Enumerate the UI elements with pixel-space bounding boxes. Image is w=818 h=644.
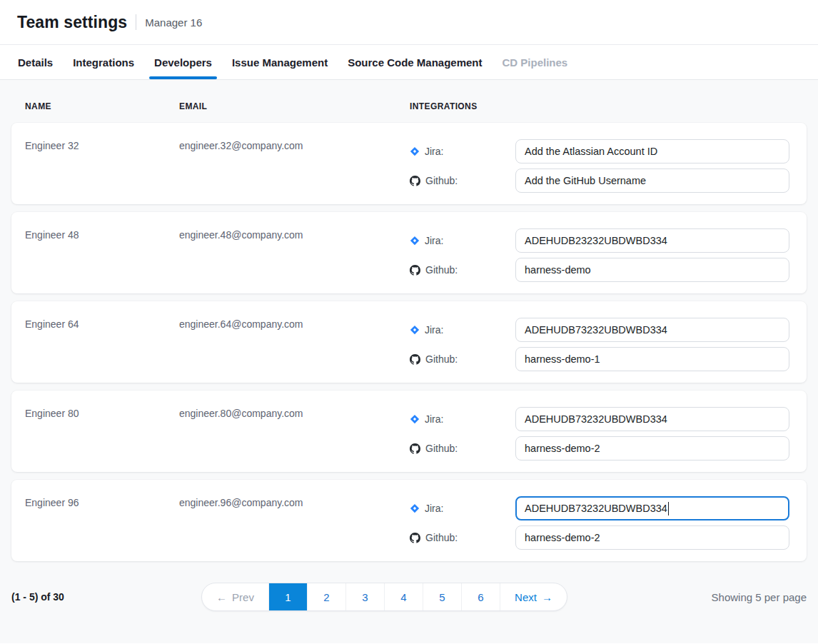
jira-label-text: Jira: <box>425 235 443 246</box>
next-page-button[interactable]: Next → <box>500 583 567 610</box>
developer-email: engineer.48@company.com <box>179 229 410 241</box>
column-header-email: EMAIL <box>179 101 410 111</box>
github-row: Github: harness-demo <box>410 258 789 282</box>
tab-details[interactable]: Details <box>13 45 58 79</box>
jira-icon <box>410 414 420 424</box>
jira-label-text: Jira: <box>425 146 443 157</box>
github-input[interactable]: Add the GitHub Username <box>515 168 789 193</box>
jira-icon <box>410 503 420 513</box>
table-row: Engineer 32 engineer.32@company.com Jira… <box>11 123 807 204</box>
jira-icon <box>410 236 420 246</box>
jira-input[interactable]: ADEHUDB73232UBDWBD334 <box>515 318 789 342</box>
github-icon <box>410 176 420 186</box>
tab-developers[interactable]: Developers <box>149 45 217 79</box>
table-row: Engineer 48 engineer.48@company.com Jira… <box>11 212 807 293</box>
jira-input-focused[interactable]: ADEHUDB73232UBDWBD334 <box>515 496 789 520</box>
page-button-3[interactable]: 3 <box>345 583 384 610</box>
page-button-5[interactable]: 5 <box>423 583 461 610</box>
github-input-text: harness-demo-1 <box>525 353 600 365</box>
github-input[interactable]: harness-demo-2 <box>515 525 789 550</box>
github-icon <box>410 533 420 543</box>
arrow-left-icon: ← <box>216 591 227 603</box>
tab-source-code-management[interactable]: Source Code Management <box>343 45 487 79</box>
integrations-cell: Jira: ADEHUDB73232UBDWBD334 Github: harn… <box>410 407 789 461</box>
tab-issue-management[interactable]: Issue Management <box>227 45 333 79</box>
pagination-footer: (1 - 5) of 30 ← Prev 1 2 3 4 5 6 Next → … <box>11 583 807 611</box>
developer-email: engineer.32@company.com <box>179 140 410 151</box>
jira-input-text: ADEHUDB73232UBDWBD334 <box>525 324 667 336</box>
jira-row: Jira: ADEHUDB73232UBDWBD334 <box>410 318 789 342</box>
github-input[interactable]: harness-demo-1 <box>515 347 789 371</box>
jira-label-text: Jira: <box>425 413 443 425</box>
tab-bar: Details Integrations Developers Issue Ma… <box>0 45 818 80</box>
integrations-cell: Jira: Add the Atlassian Account ID Githu… <box>410 139 789 193</box>
github-input-text: harness-demo <box>525 264 591 276</box>
github-input[interactable]: harness-demo <box>515 258 789 282</box>
github-label-text: Github: <box>425 264 458 276</box>
title-separator <box>136 14 136 30</box>
github-label: Github: <box>410 264 515 276</box>
github-icon <box>410 354 420 365</box>
github-row: Github: Add the GitHub Username <box>410 168 789 193</box>
github-label-text: Github: <box>425 532 458 543</box>
pager: ← Prev 1 2 3 4 5 6 Next → <box>201 583 567 611</box>
github-label-text: Github: <box>425 175 458 186</box>
column-header-name: NAME <box>25 101 179 111</box>
jira-input-text: ADEHUDB23232UBDWBD334 <box>525 235 667 246</box>
pagination-range: (1 - 5) of 30 <box>11 591 64 603</box>
developer-email: engineer.96@company.com <box>179 497 410 508</box>
jira-input[interactable]: ADEHUDB73232UBDWBD334 <box>515 407 789 431</box>
github-label: Github: <box>410 443 515 454</box>
jira-label: Jira: <box>410 503 515 514</box>
arrow-right-icon: → <box>542 591 552 603</box>
prev-label: Prev <box>232 591 254 603</box>
jira-input-text: Add the Atlassian Account ID <box>525 146 657 157</box>
text-caret <box>668 502 670 515</box>
jira-input[interactable]: Add the Atlassian Account ID <box>515 139 789 163</box>
jira-row: Jira: Add the Atlassian Account ID <box>410 139 789 163</box>
developer-name: Engineer 96 <box>25 497 179 508</box>
jira-row: Jira: ADEHUDB73232UBDWBD334 <box>410 496 789 520</box>
developer-name: Engineer 80 <box>25 408 179 419</box>
github-icon <box>410 443 420 454</box>
github-input[interactable]: harness-demo-2 <box>515 436 789 461</box>
tab-cd-pipelines: CD Pipelines <box>498 45 573 79</box>
github-label: Github: <box>410 175 515 186</box>
jira-icon <box>410 146 420 156</box>
page-button-1[interactable]: 1 <box>268 583 307 610</box>
jira-input-text: ADEHUDB73232UBDWBD334 <box>525 413 667 425</box>
page-button-4[interactable]: 4 <box>384 583 423 610</box>
github-input-text: harness-demo-2 <box>525 532 600 543</box>
github-label: Github: <box>410 353 515 365</box>
developer-name: Engineer 32 <box>25 140 179 151</box>
github-icon <box>410 265 420 276</box>
jira-input[interactable]: ADEHUDB23232UBDWBD334 <box>515 228 789 253</box>
tab-integrations[interactable]: Integrations <box>68 45 139 79</box>
jira-icon <box>410 325 420 335</box>
github-row: Github: harness-demo-1 <box>410 347 789 371</box>
developers-panel: NAME EMAIL INTEGRATIONS Engineer 32 engi… <box>0 80 818 643</box>
integrations-cell: Jira: ADEHUDB73232UBDWBD334 Github: harn… <box>410 496 789 550</box>
github-label-text: Github: <box>425 353 458 365</box>
developer-email: engineer.64@company.com <box>179 318 410 330</box>
jira-label-text: Jira: <box>425 324 443 336</box>
table-row: Engineer 96 engineer.96@company.com Jira… <box>11 480 807 561</box>
prev-page-button[interactable]: ← Prev <box>202 583 268 610</box>
github-label-text: Github: <box>425 443 458 454</box>
jira-label: Jira: <box>410 413 515 425</box>
jira-label: Jira: <box>410 235 515 246</box>
github-label: Github: <box>410 532 515 543</box>
page-button-2[interactable]: 2 <box>307 583 345 610</box>
per-page-indicator: Showing 5 per page <box>712 591 807 603</box>
page-header: Team settings Manager 16 <box>0 0 818 45</box>
github-row: Github: harness-demo-2 <box>410 525 789 550</box>
developer-name: Engineer 64 <box>25 318 179 330</box>
next-label: Next <box>515 591 537 603</box>
developer-email: engineer.80@company.com <box>179 408 410 419</box>
jira-row: Jira: ADEHUDB23232UBDWBD334 <box>410 228 789 253</box>
page-button-6[interactable]: 6 <box>461 583 500 610</box>
table-row: Engineer 64 engineer.64@company.com Jira… <box>11 301 807 383</box>
integrations-cell: Jira: ADEHUDB73232UBDWBD334 Github: harn… <box>410 318 789 371</box>
page-subtitle: Manager 16 <box>145 16 202 29</box>
github-input-text: harness-demo-2 <box>525 443 600 454</box>
